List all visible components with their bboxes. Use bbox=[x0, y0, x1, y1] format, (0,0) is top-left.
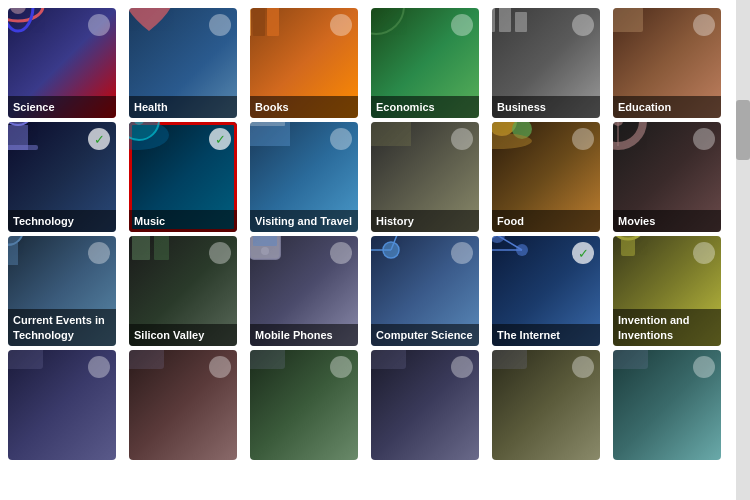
circle-overlay-business bbox=[572, 14, 594, 36]
card-label-music: Music bbox=[129, 210, 237, 232]
card-label-currentevents: Current Events in Technology bbox=[8, 309, 116, 346]
circle-overlay-currentevents bbox=[88, 242, 110, 264]
card-label-health: Health bbox=[129, 96, 237, 118]
svg-rect-38 bbox=[154, 236, 169, 260]
category-card-books[interactable]: Books bbox=[250, 8, 358, 118]
category-grid: Science Health Books Economics Business … bbox=[0, 0, 750, 468]
category-card-row4a[interactable] bbox=[8, 350, 116, 460]
scrollbar-track[interactable] bbox=[736, 0, 750, 500]
category-card-science[interactable]: Science bbox=[8, 8, 116, 118]
svg-rect-71 bbox=[250, 350, 285, 369]
category-card-health[interactable]: Health bbox=[129, 8, 237, 118]
category-card-invention[interactable]: Invention and Inventions bbox=[613, 236, 721, 346]
svg-line-60 bbox=[497, 236, 522, 250]
card-label-visiting: Visiting and Travel bbox=[250, 210, 358, 232]
category-card-row4d[interactable] bbox=[371, 350, 479, 460]
card-label-science: Science bbox=[8, 96, 116, 118]
circle-overlay-health bbox=[209, 14, 231, 36]
circle-overlay-row4c bbox=[330, 356, 352, 378]
card-label-education: Education bbox=[613, 96, 721, 118]
svg-rect-10 bbox=[499, 8, 511, 32]
card-label-books: Books bbox=[250, 96, 358, 118]
circle-overlay-economics bbox=[451, 14, 473, 36]
circle-overlay-education bbox=[693, 14, 715, 36]
circle-overlay-row4b bbox=[209, 356, 231, 378]
category-card-history[interactable]: History bbox=[371, 122, 479, 232]
category-card-internet[interactable]: ✓The Internet bbox=[492, 236, 600, 346]
category-card-row4f[interactable] bbox=[613, 350, 721, 460]
category-card-row4e[interactable] bbox=[492, 350, 600, 460]
circle-overlay-row4a bbox=[88, 356, 110, 378]
circle-overlay-row4f bbox=[693, 356, 715, 378]
category-card-visiting[interactable]: Visiting and Travel bbox=[250, 122, 358, 232]
svg-rect-9 bbox=[492, 8, 495, 32]
category-card-business[interactable]: Business bbox=[492, 8, 600, 118]
svg-rect-37 bbox=[132, 236, 150, 260]
svg-rect-4 bbox=[250, 8, 251, 36]
card-label-economics: Economics bbox=[371, 96, 479, 118]
svg-rect-72 bbox=[371, 350, 406, 369]
circle-overlay-food bbox=[572, 128, 594, 150]
svg-point-7 bbox=[371, 8, 404, 34]
circle-overlay-visiting bbox=[330, 128, 352, 150]
circle-overlay-history bbox=[451, 128, 473, 150]
svg-rect-24 bbox=[371, 122, 411, 146]
svg-rect-11 bbox=[515, 12, 527, 32]
svg-point-41 bbox=[261, 247, 269, 255]
svg-rect-16 bbox=[8, 145, 38, 150]
svg-rect-69 bbox=[8, 350, 43, 369]
svg-rect-5 bbox=[253, 8, 265, 36]
circle-overlay-row4d bbox=[451, 356, 473, 378]
circle-overlay-science bbox=[88, 14, 110, 36]
svg-rect-23 bbox=[250, 122, 285, 126]
svg-rect-74 bbox=[613, 350, 648, 369]
circle-overlay-invention bbox=[693, 242, 715, 264]
category-card-computerscience[interactable]: Computer Science bbox=[371, 236, 479, 346]
card-label-technology: Technology bbox=[8, 210, 116, 232]
category-card-mobilephones[interactable]: Mobile Phones bbox=[250, 236, 358, 346]
svg-point-14 bbox=[8, 122, 33, 125]
svg-rect-40 bbox=[253, 236, 277, 246]
category-card-economics[interactable]: Economics bbox=[371, 8, 479, 118]
card-label-internet: The Internet bbox=[492, 324, 600, 346]
category-card-education[interactable]: Education bbox=[613, 8, 721, 118]
category-card-food[interactable]: Food bbox=[492, 122, 600, 232]
category-card-music[interactable]: ✓Music bbox=[129, 122, 237, 232]
category-card-row4b[interactable] bbox=[129, 350, 237, 460]
circle-overlay-books bbox=[330, 14, 352, 36]
card-label-siliconvalley: Silicon Valley bbox=[129, 324, 237, 346]
check-badge-technology: ✓ bbox=[88, 128, 110, 150]
scrollbar-thumb[interactable] bbox=[736, 100, 750, 160]
category-card-siliconvalley[interactable]: Silicon Valley bbox=[129, 236, 237, 346]
category-card-technology[interactable]: ✓Technology bbox=[8, 122, 116, 232]
card-label-food: Food bbox=[492, 210, 600, 232]
main-page: Science Health Books Economics Business … bbox=[0, 0, 750, 500]
svg-rect-70 bbox=[129, 350, 164, 369]
svg-rect-6 bbox=[267, 8, 279, 36]
check-badge-internet: ✓ bbox=[572, 242, 594, 264]
category-card-row4c[interactable] bbox=[250, 350, 358, 460]
card-label-invention: Invention and Inventions bbox=[613, 309, 721, 346]
card-label-business: Business bbox=[492, 96, 600, 118]
svg-rect-12 bbox=[613, 8, 643, 32]
svg-rect-73 bbox=[492, 350, 527, 369]
svg-point-2 bbox=[10, 8, 26, 14]
circle-overlay-movies bbox=[693, 128, 715, 150]
category-card-movies[interactable]: Movies bbox=[613, 122, 721, 232]
svg-rect-65 bbox=[621, 236, 635, 256]
circle-overlay-computerscience bbox=[451, 242, 473, 264]
card-label-movies: Movies bbox=[613, 210, 721, 232]
check-badge-music: ✓ bbox=[209, 128, 231, 150]
card-label-computerscience: Computer Science bbox=[371, 324, 479, 346]
circle-overlay-row4e bbox=[572, 356, 594, 378]
svg-rect-35 bbox=[8, 243, 18, 265]
circle-overlay-siliconvalley bbox=[209, 242, 231, 264]
card-label-mobilephones: Mobile Phones bbox=[250, 324, 358, 346]
card-label-history: History bbox=[371, 210, 479, 232]
circle-overlay-mobilephones bbox=[330, 242, 352, 264]
category-card-currentevents[interactable]: Current Events in Technology bbox=[8, 236, 116, 346]
